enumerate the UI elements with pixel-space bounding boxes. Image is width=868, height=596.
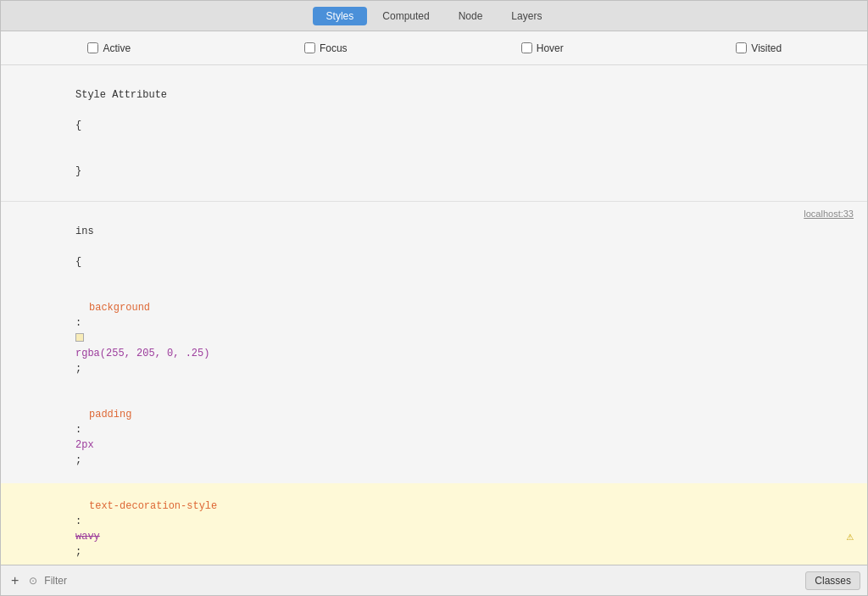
ins-source[interactable]: localhost:33 [804, 209, 854, 219]
style-attribute-selector: Style Attribute [75, 89, 167, 101]
focus-checkbox[interactable] [304, 42, 315, 53]
active-checkbox[interactable] [87, 42, 98, 53]
active-checkbox-item[interactable]: Active [1, 42, 218, 54]
ins-rule: localhost:33 ins { background : rgba(255… [1, 205, 867, 565]
ins-background-prop: background : rgba(255, 205, 0, .25) ; [14, 285, 854, 392]
style-attribute-rule: Style Attribute { } [1, 69, 867, 198]
tab-styles[interactable]: Styles [313, 7, 368, 25]
hover-checkbox-item[interactable]: Hover [434, 42, 651, 54]
tab-bar: Styles Computed Node Layers [1, 1, 867, 31]
ins-text-decoration-style-prop: text-decoration-style : wavy ; ⚠ [1, 483, 867, 565]
hover-checkbox[interactable] [521, 42, 532, 53]
focus-checkbox-item[interactable]: Focus [218, 42, 435, 54]
warning-icon: ⚠ [847, 529, 854, 544]
visited-label: Visited [751, 42, 782, 54]
ins-selector: ins [75, 226, 94, 237]
tab-layers[interactable]: Layers [498, 7, 555, 25]
tab-computed[interactable]: Computed [369, 7, 442, 25]
styles-content: Style Attribute { } localhost:33 ins { [1, 65, 867, 565]
active-label: Active [103, 42, 131, 54]
tab-node[interactable]: Node [445, 7, 497, 25]
visited-checkbox[interactable] [736, 42, 747, 53]
ins-padding-prop: padding : 2px ; [14, 392, 854, 483]
filter-input[interactable] [44, 575, 798, 587]
classes-button[interactable]: Classes [805, 571, 860, 590]
focus-label: Focus [320, 42, 348, 54]
visited-checkbox-item[interactable]: Visited [651, 42, 868, 54]
style-attribute-section: Style Attribute { } [1, 65, 867, 202]
ins-section: localhost:33 ins { background : rgba(255… [1, 202, 867, 565]
color-swatch[interactable] [75, 333, 84, 342]
bottom-bar: + ⊙ Classes [1, 565, 867, 595]
hover-label: Hover [537, 42, 564, 54]
state-filter-bar: Active Focus Hover Visited [1, 31, 867, 65]
filter-icon: ⊙ [29, 575, 37, 587]
add-button[interactable]: + [8, 572, 22, 589]
